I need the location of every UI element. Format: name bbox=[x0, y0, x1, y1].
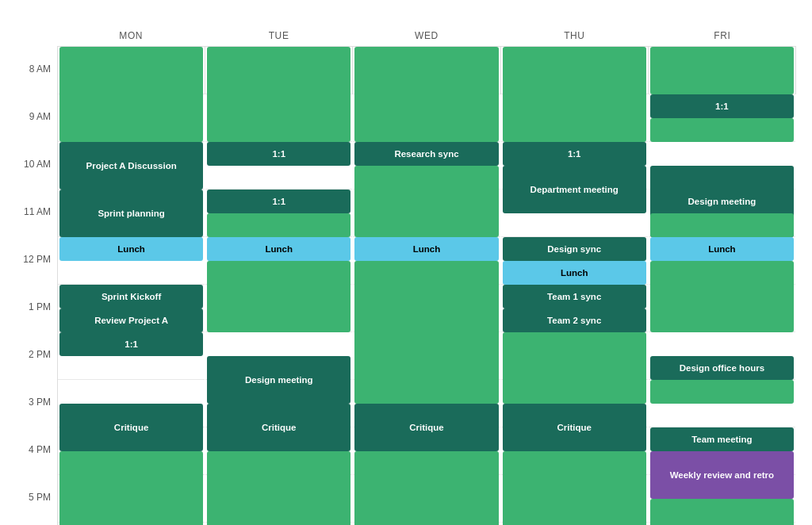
calendar-event[interactable] bbox=[354, 47, 498, 142]
calendar-event[interactable] bbox=[503, 47, 646, 142]
calendar-event[interactable] bbox=[354, 261, 498, 404]
calendar-event[interactable]: 1:1 bbox=[207, 190, 350, 213]
day-headers: MONTUEWEDTHUFRI bbox=[57, 30, 796, 46]
calendar-event[interactable] bbox=[59, 47, 203, 142]
calendar-event[interactable] bbox=[354, 166, 498, 237]
col-mon: Project A DiscussionSprint planningLunch… bbox=[58, 47, 205, 94]
calendar-event[interactable]: Design office hours bbox=[650, 356, 794, 380]
day-header: TUE bbox=[205, 30, 352, 41]
calendar-event[interactable] bbox=[650, 47, 794, 94]
calendar-event[interactable]: Critique bbox=[59, 404, 203, 451]
calendar-event[interactable] bbox=[59, 451, 203, 525]
calendar-event[interactable]: Team 1 sync bbox=[503, 285, 646, 308]
day-header: MON bbox=[57, 30, 205, 41]
calendar-event[interactable]: Team 2 sync bbox=[503, 308, 646, 332]
calendar-event[interactable]: 1:1 bbox=[650, 94, 794, 118]
calendar-event[interactable] bbox=[207, 261, 350, 332]
calendar-event[interactable]: Lunch bbox=[59, 237, 203, 261]
calendar-event[interactable] bbox=[650, 213, 794, 237]
calendar-event[interactable] bbox=[503, 451, 646, 525]
calendar-event[interactable]: Lunch bbox=[503, 261, 646, 285]
calendar-event[interactable]: Sprint planning bbox=[59, 190, 203, 237]
time-label: 12 PM bbox=[16, 252, 57, 300]
time-label: 8 AM bbox=[16, 62, 57, 109]
day-header: WED bbox=[353, 30, 500, 41]
time-label: 10 AM bbox=[16, 157, 57, 205]
calendar-event[interactable]: Department meeting bbox=[503, 166, 646, 213]
calendar-event[interactable] bbox=[650, 499, 794, 525]
calendar-event[interactable] bbox=[650, 261, 794, 332]
calendar-event[interactable]: Critique bbox=[354, 404, 498, 451]
calendar-event[interactable]: Research sync bbox=[354, 142, 498, 166]
calendar-event[interactable] bbox=[503, 332, 646, 404]
calendar-event[interactable] bbox=[354, 451, 498, 525]
calendar-event[interactable] bbox=[207, 47, 350, 142]
calendar-event[interactable]: Project A Discussion bbox=[59, 142, 203, 190]
col-tue: 1:11:1LunchDesign meetingCritique bbox=[205, 47, 353, 94]
calendar-event[interactable]: Critique bbox=[207, 404, 350, 451]
col-wed: Research syncLunchCritique bbox=[353, 47, 500, 94]
calendar-event[interactable] bbox=[207, 213, 350, 237]
calendar-event[interactable]: 1:1 bbox=[59, 332, 203, 356]
calendar-event[interactable]: Sprint Kickoff bbox=[59, 285, 203, 308]
calendar-event[interactable]: Team meeting bbox=[650, 427, 794, 451]
calendar-grid: Project A DiscussionSprint planningLunch… bbox=[57, 46, 796, 525]
time-label: 9 AM bbox=[16, 109, 57, 157]
calendar-event[interactable]: Lunch bbox=[207, 237, 350, 261]
calendar-event[interactable]: Lunch bbox=[650, 237, 794, 261]
calendar-event[interactable]: 1:1 bbox=[207, 142, 350, 166]
calendar-event[interactable]: Design sync bbox=[503, 237, 646, 261]
col-fri: 1:1Design meetingLunchDesign office hour… bbox=[649, 47, 796, 94]
calendar-event[interactable]: Lunch bbox=[354, 237, 498, 261]
col-thu: 1:1Department meetingDesign syncLunchTea… bbox=[501, 47, 649, 94]
calendar-event[interactable]: Critique bbox=[503, 404, 646, 451]
time-label: 3 PM bbox=[16, 395, 57, 443]
time-label: 5 PM bbox=[16, 490, 57, 525]
calendar-event[interactable] bbox=[650, 380, 794, 404]
day-header: FRI bbox=[649, 30, 796, 41]
calendar-event[interactable]: 1:1 bbox=[503, 142, 646, 166]
day-header: THU bbox=[500, 30, 648, 41]
calendar-event[interactable] bbox=[650, 118, 794, 142]
time-label: 11 AM bbox=[16, 205, 57, 252]
calendar: 8 AM9 AM10 AM11 AM12 PM1 PM2 PM3 PM4 PM5… bbox=[16, 30, 796, 525]
time-label: 4 PM bbox=[16, 443, 57, 490]
grid-area: MONTUEWEDTHUFRI Project A DiscussionSpri… bbox=[57, 30, 796, 525]
calendar-event[interactable]: Review Project A bbox=[59, 308, 203, 332]
calendar-event[interactable]: Weekly review and retro bbox=[650, 451, 794, 499]
time-label: 1 PM bbox=[16, 300, 57, 347]
time-label: 2 PM bbox=[16, 347, 57, 395]
calendar-event[interactable] bbox=[207, 451, 350, 525]
calendar-event[interactable]: Design meeting bbox=[207, 356, 350, 404]
time-column: 8 AM9 AM10 AM11 AM12 PM1 PM2 PM3 PM4 PM5… bbox=[16, 30, 57, 525]
